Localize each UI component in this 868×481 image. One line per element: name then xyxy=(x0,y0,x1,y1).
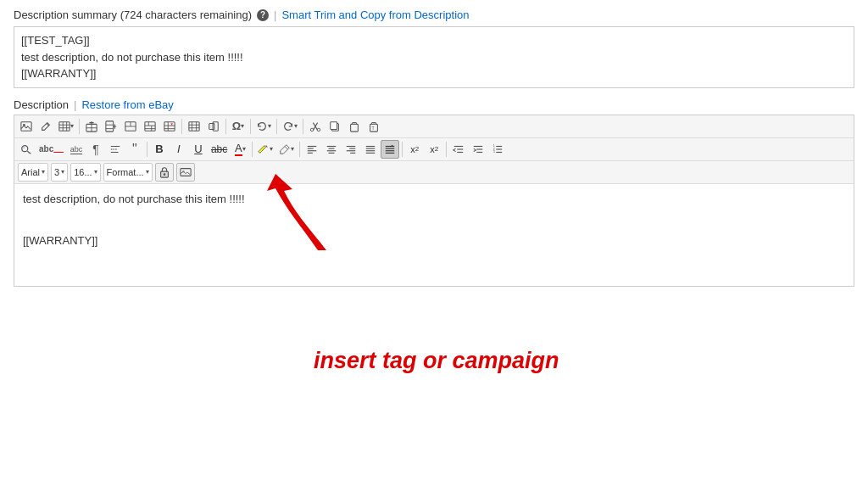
toolbar-sep-2e xyxy=(446,142,447,157)
show-blocks-button[interactable]: ¶ xyxy=(86,140,105,159)
format-value: Format... xyxy=(107,167,144,177)
table-button[interactable]: ▾ xyxy=(56,117,76,136)
toolbar-row-2: abc ___ abc ¶ xyxy=(14,138,854,161)
insert-image-button[interactable] xyxy=(17,117,36,136)
redo-button[interactable]: ▾ xyxy=(280,117,300,136)
svg-rect-35 xyxy=(331,121,337,129)
svg-point-43 xyxy=(23,146,25,148)
table-props-button[interactable] xyxy=(185,117,203,136)
undo-button[interactable]: ▾ xyxy=(253,117,274,136)
toolbar-sep-6 xyxy=(303,119,303,134)
show-invisible-button[interactable] xyxy=(106,140,125,159)
table-split-button[interactable] xyxy=(141,117,159,136)
svg-rect-30 xyxy=(209,123,214,129)
svg-text:T: T xyxy=(371,126,375,131)
format-dropdown[interactable]: Format... ▾ xyxy=(103,163,153,182)
format-arrow: ▾ xyxy=(146,168,149,176)
svg-rect-37 xyxy=(352,122,356,124)
font-family-arrow: ▾ xyxy=(42,168,45,176)
separator: | xyxy=(274,8,276,21)
insert-tag-button[interactable] xyxy=(155,163,174,182)
summary-line2: test description, do not purchase this i… xyxy=(21,49,847,66)
desc-summary-header: Description summary (724 characters rema… xyxy=(14,8,854,21)
svg-line-42 xyxy=(27,151,31,154)
marker-button[interactable]: ▾ xyxy=(276,140,297,159)
align-right-button[interactable] xyxy=(342,140,360,159)
restore-from-ebay-link[interactable]: Restore from eBay xyxy=(81,98,173,111)
table-delete-button[interactable] xyxy=(160,117,179,136)
align-center-button[interactable] xyxy=(322,140,341,159)
info-icon[interactable]: ? xyxy=(257,9,269,21)
insert-tag-campaign-label: insert tag or campaign xyxy=(314,348,559,374)
blockquote-button[interactable]: " xyxy=(125,140,144,159)
summary-line3: [[WARRANTY]] xyxy=(21,65,847,82)
editor-content-area[interactable]: test description, do not purchase this i… xyxy=(14,184,854,286)
svg-rect-10 xyxy=(106,120,114,131)
toolbar-sep-5 xyxy=(276,119,277,134)
svg-rect-0 xyxy=(21,121,31,131)
table-row-above-button[interactable] xyxy=(82,117,101,136)
list-button[interactable]: 1 2 3 xyxy=(488,140,507,159)
font-size-px-arrow: ▾ xyxy=(94,168,97,176)
svg-text:3: 3 xyxy=(493,150,495,154)
find-replace-button[interactable]: abc xyxy=(67,140,86,159)
font-family-dropdown[interactable]: Arial ▾ xyxy=(18,163,48,182)
edit-html-button[interactable] xyxy=(36,117,55,136)
desc-label-row: Description | Restore from eBay xyxy=(14,98,854,111)
svg-rect-36 xyxy=(351,124,359,131)
font-size-dropdown[interactable]: 3 ▾ xyxy=(51,163,68,182)
toolbar-sep-2d xyxy=(402,142,403,157)
paste-text-button[interactable]: T xyxy=(364,117,383,136)
subscript-button[interactable]: x2 xyxy=(425,140,443,159)
editor-line-3: [[WARRANTY]] xyxy=(23,232,845,250)
toolbar-row-1: ▾ xyxy=(14,115,854,138)
special-char-button[interactable]: Ω ▾ xyxy=(229,117,248,136)
copy-button[interactable] xyxy=(326,117,344,136)
outdent-button[interactable] xyxy=(449,140,468,159)
spellcheck-button[interactable]: abc ___ xyxy=(36,140,66,159)
font-size-value: 3 xyxy=(54,167,59,177)
toolbar-sep-2 xyxy=(181,119,182,134)
italic-button[interactable]: I xyxy=(170,140,188,159)
desc-summary-label: Description summary (724 characters rema… xyxy=(14,8,252,21)
editor-line-2 xyxy=(23,211,845,229)
table-col-button[interactable] xyxy=(102,117,120,136)
table-cell-props-button[interactable] xyxy=(204,117,223,136)
toolbar-sep-1 xyxy=(79,119,80,134)
toolbar-row-3: Arial ▾ 3 ▾ 16... ▾ Format... ▾ xyxy=(14,161,854,184)
strikethrough-button[interactable]: abc xyxy=(209,140,230,159)
font-family-value: Arial xyxy=(21,167,40,177)
underline-button[interactable]: U xyxy=(189,140,208,159)
indent-button[interactable] xyxy=(469,140,487,159)
editor-line-1: test description, do not purchase this i… xyxy=(23,191,845,209)
label-separator: | xyxy=(74,98,76,111)
toolbar-sep-4 xyxy=(250,119,251,134)
superscript-button[interactable]: x2 xyxy=(405,140,424,159)
font-size-px-dropdown[interactable]: 16... ▾ xyxy=(70,163,100,182)
toolbar-sep-2a xyxy=(147,142,147,157)
summary-line1: [[TEST_TAG]] xyxy=(21,32,847,49)
description-label: Description xyxy=(14,98,69,111)
svg-rect-39 xyxy=(371,122,376,124)
rich-text-editor: ▾ xyxy=(14,115,854,287)
insert-campaign-button[interactable] xyxy=(176,163,195,182)
svg-rect-21 xyxy=(164,121,175,131)
bold-button[interactable]: B xyxy=(150,140,169,159)
toolbar-sep-2c xyxy=(299,142,300,157)
highlight-button[interactable]: ▾ xyxy=(255,140,275,159)
justify-button[interactable] xyxy=(361,140,380,159)
table-merge-button[interactable] xyxy=(121,117,140,136)
svg-point-80 xyxy=(163,173,165,176)
rtl-button[interactable] xyxy=(381,140,399,159)
cut-button[interactable] xyxy=(306,117,325,136)
font-size-arrow: ▾ xyxy=(61,168,64,176)
svg-rect-16 xyxy=(145,121,155,131)
smart-trim-link[interactable]: Smart Trim and Copy from Description xyxy=(281,8,469,21)
align-left-button[interactable] xyxy=(303,140,321,159)
svg-rect-2 xyxy=(59,121,70,131)
svg-rect-25 xyxy=(189,121,199,131)
paste-button[interactable] xyxy=(345,117,364,136)
font-color-button[interactable]: A ▾ xyxy=(231,140,249,159)
desc-summary-box: [[TEST_TAG]] test description, do not pu… xyxy=(14,26,854,88)
find-button[interactable] xyxy=(17,140,36,159)
